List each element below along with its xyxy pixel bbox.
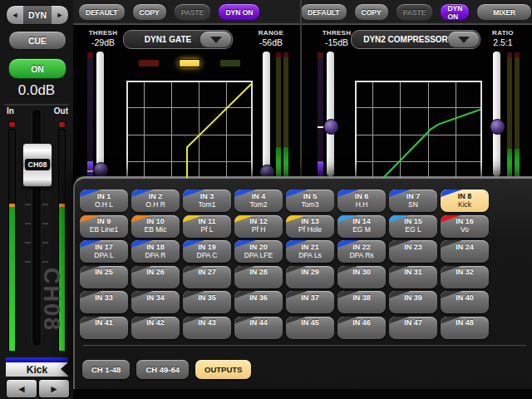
gate-meter-right bbox=[283, 52, 289, 178]
channel-name-label: DPA LFE bbox=[234, 251, 283, 259]
processor-next-button[interactable]: ► bbox=[52, 6, 68, 24]
channel-button-in-17[interactable]: IN 17DPA L bbox=[80, 240, 128, 263]
meter-peak-segment bbox=[59, 204, 65, 207]
channel-button-in-41[interactable]: IN 41 bbox=[80, 317, 128, 339]
channel-button-in-42[interactable]: IN 42 bbox=[131, 317, 180, 339]
channel-button-in-39[interactable]: IN 39 bbox=[389, 291, 437, 313]
processor-prev-button[interactable]: ◄ bbox=[7, 6, 23, 24]
channel-button-in-22[interactable]: IN 22DPA Rs bbox=[337, 240, 386, 263]
channel-button-in-48[interactable]: IN 48 bbox=[441, 317, 489, 339]
comp-ratio-slider[interactable] bbox=[493, 52, 500, 176]
channel-button-in-20[interactable]: IN 20DPA LFE bbox=[234, 240, 283, 263]
channel-button-in-7[interactable]: IN 7SN bbox=[389, 190, 437, 212]
next-channel-button[interactable]: ► bbox=[38, 379, 70, 398]
channel-button-in-1[interactable]: IN 1O.H L bbox=[80, 190, 128, 212]
comp-type-select[interactable]: DYN2 COMPRESSOR bbox=[351, 30, 480, 49]
comp-graph bbox=[355, 81, 482, 180]
channel-button-in-43[interactable]: IN 43 bbox=[183, 317, 231, 339]
channel-button-in-18[interactable]: IN 18DPA R bbox=[131, 240, 180, 263]
channel-button-in-32[interactable]: IN 32 bbox=[441, 266, 489, 288]
meter-fill bbox=[507, 149, 512, 178]
channel-button-in-4[interactable]: IN 4Tom2 bbox=[234, 190, 283, 212]
channel-button-in-25[interactable]: IN 25 bbox=[80, 266, 128, 288]
comp-meter-right bbox=[514, 52, 520, 178]
channel-button-in-27[interactable]: IN 27 bbox=[183, 266, 231, 288]
channel-button-in-11[interactable]: IN 11Pf L bbox=[183, 215, 231, 238]
channel-button-in-19[interactable]: IN 19DPA C bbox=[183, 240, 231, 263]
channel-button-in-30[interactable]: IN 30 bbox=[337, 266, 386, 288]
channel-id-label: IN 46 bbox=[337, 318, 386, 327]
dropdown-arrow-button[interactable] bbox=[200, 32, 231, 47]
channel-name-label: Kick bbox=[6, 362, 68, 377]
channel-button-in-34[interactable]: IN 34 bbox=[131, 291, 180, 313]
gate-range-slider[interactable] bbox=[263, 52, 270, 176]
channel-button-in-37[interactable]: IN 37 bbox=[286, 291, 334, 313]
channel-button-in-14[interactable]: IN 14EG M bbox=[337, 215, 386, 238]
channel-button-in-28[interactable]: IN 28 bbox=[234, 266, 283, 288]
channel-name-label: H.H bbox=[337, 200, 386, 209]
comp-thresh-slider[interactable] bbox=[327, 52, 334, 176]
on-button[interactable]: ON bbox=[8, 58, 66, 79]
channel-button-in-29[interactable]: IN 29 bbox=[286, 266, 334, 288]
gate-meter-left bbox=[275, 52, 282, 178]
channel-button-in-16[interactable]: IN 16Vo bbox=[441, 215, 489, 238]
channel-button-in-47[interactable]: IN 47 bbox=[389, 317, 437, 339]
meter-fill bbox=[283, 147, 288, 177]
channel-name-label: EB Line1 bbox=[80, 225, 128, 234]
channel-button-in-45[interactable]: IN 45 bbox=[286, 317, 334, 339]
channel-id-label: IN 29 bbox=[286, 268, 334, 276]
dropdown-arrow-button[interactable] bbox=[448, 32, 479, 47]
comp-meter-left bbox=[506, 52, 513, 178]
channel-id-label: IN 41 bbox=[80, 318, 128, 327]
channel-button-in-8[interactable]: IN 8Kick bbox=[441, 190, 489, 212]
tab-outputs[interactable]: OUTPUTS bbox=[195, 360, 251, 379]
channel-button-in-10[interactable]: IN 10EB Mic bbox=[131, 215, 180, 238]
channel-button-in-33[interactable]: IN 33 bbox=[80, 291, 128, 313]
channel-id-label: IN 44 bbox=[234, 318, 283, 327]
channel-button-in-26[interactable]: IN 26 bbox=[131, 266, 180, 288]
channel-button-in-5[interactable]: IN 5Tom3 bbox=[286, 190, 334, 212]
channel-button-in-23[interactable]: IN 23 bbox=[389, 240, 437, 263]
channel-name-label: DPA C bbox=[183, 251, 231, 259]
channel-button-in-3[interactable]: IN 3Tom1 bbox=[183, 190, 231, 212]
prev-channel-button[interactable]: ◄ bbox=[6, 379, 37, 398]
channel-button-in-44[interactable]: IN 44 bbox=[234, 317, 283, 339]
comp-section: THRESH -15dB DYN2 COMPRESSOR RATIO 2.5:1 bbox=[302, 0, 532, 176]
clip-segment bbox=[318, 52, 323, 57]
gate-thresh-slider[interactable] bbox=[96, 52, 104, 176]
tab-ch-1-48[interactable]: CH 1-48 bbox=[82, 360, 130, 379]
channel-button-in-38[interactable]: IN 38 bbox=[337, 291, 386, 313]
cue-button[interactable]: CUE bbox=[8, 31, 66, 50]
channel-button-in-15[interactable]: IN 15EG L bbox=[389, 215, 437, 238]
channel-name-label: O.H L bbox=[80, 200, 128, 209]
channel-button-in-46[interactable]: IN 46 bbox=[337, 317, 386, 339]
channel-button-in-31[interactable]: IN 31 bbox=[389, 266, 437, 288]
channel-button-in-6[interactable]: IN 6H.H bbox=[337, 190, 386, 212]
comp-ratio-label: RATIO bbox=[483, 29, 523, 37]
channel-select-panel: IN 1O.H LIN 2O.H RIN 3Tom1IN 4Tom2IN 5To… bbox=[73, 176, 532, 389]
channel-id-label: IN 36 bbox=[234, 293, 283, 302]
fader-tick bbox=[25, 261, 31, 263]
channel-button-in-24[interactable]: IN 24 bbox=[441, 240, 489, 263]
channel-id-label: IN 37 bbox=[286, 293, 334, 302]
gate-type-select[interactable]: DYN1 GATE bbox=[123, 30, 233, 49]
comp-ratio-knob[interactable] bbox=[490, 119, 505, 135]
channel-button-in-21[interactable]: IN 21DPA Ls bbox=[286, 240, 334, 263]
channel-id-label: IN 14 bbox=[337, 217, 386, 225]
channel-id-label: IN 12 bbox=[234, 217, 283, 225]
chevron-down-icon bbox=[458, 37, 470, 43]
comp-thresh-knob[interactable] bbox=[323, 119, 339, 135]
gain-readout: 0.0dB bbox=[0, 82, 73, 99]
channel-button-in-36[interactable]: IN 36 bbox=[234, 291, 283, 313]
channel-button-in-9[interactable]: IN 9EB Line1 bbox=[80, 215, 128, 238]
channel-id-label: IN 31 bbox=[389, 268, 437, 276]
tab-ch-49-64[interactable]: CH 49-64 bbox=[136, 360, 189, 379]
channel-button-in-13[interactable]: IN 13Pf Hole bbox=[286, 215, 334, 238]
channel-button-in-40[interactable]: IN 40 bbox=[441, 291, 489, 313]
fader-cap[interactable]: CH08 bbox=[22, 143, 52, 187]
channel-button-in-2[interactable]: IN 2O.H R bbox=[131, 190, 180, 212]
channel-id-label: IN 21 bbox=[286, 243, 334, 251]
channel-id-label: IN 40 bbox=[441, 293, 489, 302]
channel-button-in-35[interactable]: IN 35 bbox=[183, 291, 231, 313]
channel-button-in-12[interactable]: IN 12Pf H bbox=[234, 215, 283, 238]
